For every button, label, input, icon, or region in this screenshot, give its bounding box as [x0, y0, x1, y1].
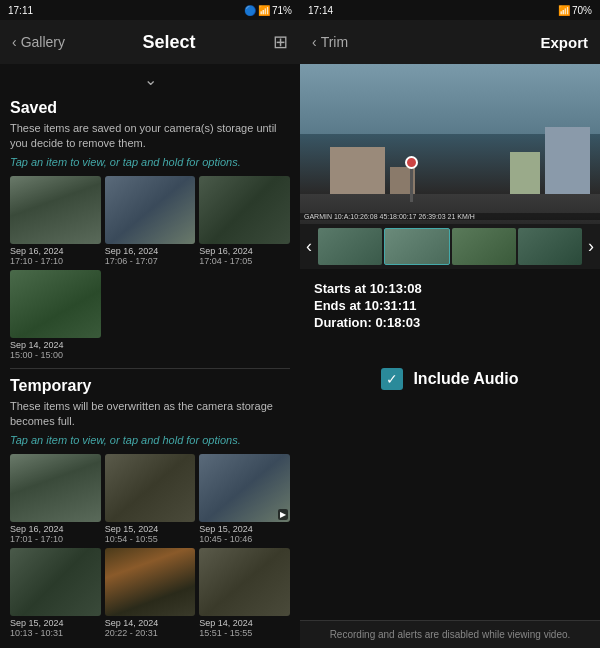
- strip-thumb-2[interactable]: [384, 228, 450, 265]
- trim-back-button[interactable]: ‹ Trim: [312, 34, 348, 50]
- temp-thumb-3: ▶: [199, 454, 290, 522]
- left-status-icons: 🔵 📶 71%: [244, 5, 292, 16]
- saved-time-4: 15:00 - 15:00: [10, 350, 101, 360]
- right-battery: 70%: [572, 5, 592, 16]
- temporary-grid: Sep 16, 2024 17:01 - 17:10 Sep 15, 2024 …: [10, 454, 290, 638]
- chevron-down-icon: ⌄: [144, 70, 157, 89]
- temp-time-2: 10:54 - 10:55: [105, 534, 196, 544]
- right-panel: 17:14 📶 70% ‹ Trim Export GARMIN 10:A:10…: [300, 0, 600, 648]
- saved-date-1: Sep 16, 2024: [10, 246, 101, 256]
- export-button[interactable]: Export: [540, 34, 588, 51]
- saved-date-3: Sep 16, 2024: [199, 246, 290, 256]
- temp-thumb-6: [199, 548, 290, 616]
- left-signal-icon: 📶: [258, 5, 270, 16]
- strip-thumbs: [318, 228, 582, 265]
- include-audio-row: ✓ Include Audio: [300, 360, 600, 398]
- bottom-notice: Recording and alerts are disabled while …: [300, 620, 600, 648]
- strip-thumb-3[interactable]: [452, 228, 516, 265]
- back-button[interactable]: ‹ Gallery: [12, 34, 65, 50]
- right-status-bar: 17:14 📶 70%: [300, 0, 600, 20]
- video-preview: GARMIN 10:A:10:26:08 45:18:00:17 26:39:0…: [300, 64, 600, 224]
- saved-item-1[interactable]: Sep 16, 2024 17:10 - 17:10: [10, 176, 101, 266]
- temp-item-4[interactable]: Sep 15, 2024 10:13 - 10:31: [10, 548, 101, 638]
- sky-bg: [300, 64, 600, 134]
- trim-info: Starts at 10:13:08 Ends at 10:31:11 Dura…: [300, 269, 600, 340]
- strip-prev-button[interactable]: ‹: [302, 236, 316, 257]
- left-panel: 17:11 🔵 📶 71% ‹ Gallery Select ⊞ ⌄ Saved…: [0, 0, 300, 648]
- saved-item-4[interactable]: Sep 14, 2024 15:00 - 15:00: [10, 270, 101, 360]
- right-nav-bar: ‹ Trim Export: [300, 20, 600, 64]
- saved-section: Saved These items are saved on your came…: [10, 99, 290, 360]
- left-nav-bar: ‹ Gallery Select ⊞: [0, 20, 300, 64]
- trim-back-chevron-icon: ‹: [312, 34, 317, 50]
- strip-area: ‹ ›: [300, 224, 600, 269]
- right-time: 17:14: [308, 5, 333, 16]
- temp-thumb-2: [105, 454, 196, 522]
- garmin-overlay: GARMIN 10:A:10:26:08 45:18:00:17 26:39:0…: [300, 213, 600, 220]
- road-sign: [405, 156, 418, 169]
- temp-thumb-1: [10, 454, 101, 522]
- strip-thumb-1[interactable]: [318, 228, 382, 265]
- left-scroll-area[interactable]: Saved These items are saved on your came…: [0, 95, 300, 648]
- temp-thumb-4: [10, 548, 101, 616]
- strip-next-button[interactable]: ›: [584, 236, 598, 257]
- temp-item-2[interactable]: Sep 15, 2024 10:54 - 10:55: [105, 454, 196, 544]
- garmin-text: GARMIN 10:A:10:26:08 45:18:00:17 26:39:0…: [304, 213, 475, 220]
- saved-thumb-3: [199, 176, 290, 244]
- temp-item-5[interactable]: Sep 14, 2024 20:22 - 20:31: [105, 548, 196, 638]
- bottom-notice-text: Recording and alerts are disabled while …: [330, 629, 571, 640]
- left-battery: 71%: [272, 5, 292, 16]
- gallery-label: Gallery: [21, 34, 65, 50]
- audio-label: Include Audio: [413, 370, 518, 388]
- temp-item-6[interactable]: Sep 14, 2024 15:51 - 15:55: [199, 548, 290, 638]
- video-badge-icon: ▶: [278, 509, 288, 520]
- saved-title: Saved: [10, 99, 290, 117]
- saved-tap-hint: Tap an item to view, or tap and hold for…: [10, 156, 290, 168]
- right-signal-icon: 📶: [558, 5, 570, 16]
- temp-item-3[interactable]: ▶ Sep 15, 2024 10:45 - 10:46: [199, 454, 290, 544]
- temp-time-1: 17:01 - 17:10: [10, 534, 101, 544]
- temp-time-4: 10:13 - 10:31: [10, 628, 101, 638]
- saved-time-2: 17:06 - 17:07: [105, 256, 196, 266]
- saved-date-4: Sep 14, 2024: [10, 340, 101, 350]
- saved-thumb-2: [105, 176, 196, 244]
- temp-thumb-5: [105, 548, 196, 616]
- duration: Duration: 0:18:03: [314, 315, 586, 330]
- saved-date-2: Sep 16, 2024: [105, 246, 196, 256]
- temp-date-2: Sep 15, 2024: [105, 524, 196, 534]
- checkmark-icon: ✓: [386, 371, 398, 387]
- saved-item-3[interactable]: Sep 16, 2024 17:04 - 17:05: [199, 176, 290, 266]
- trim-label: Trim: [321, 34, 348, 50]
- temp-date-1: Sep 16, 2024: [10, 524, 101, 534]
- section-divider: [10, 368, 290, 369]
- temporary-tap-hint: Tap an item to view, or tap and hold for…: [10, 434, 290, 446]
- saved-time-1: 17:10 - 17:10: [10, 256, 101, 266]
- saved-thumb-1: [10, 176, 101, 244]
- back-chevron-icon: ‹: [12, 34, 17, 50]
- saved-time-3: 17:04 - 17:05: [199, 256, 290, 266]
- temporary-desc: These items will be overwritten as the c…: [10, 399, 290, 430]
- temp-date-6: Sep 14, 2024: [199, 618, 290, 628]
- audio-checkbox[interactable]: ✓: [381, 368, 403, 390]
- saved-thumb-4: [10, 270, 101, 338]
- strip-thumb-4[interactable]: [518, 228, 582, 265]
- saved-grid: Sep 16, 2024 17:10 - 17:10 Sep 16, 2024 …: [10, 176, 290, 360]
- right-status-icons: 📶 70%: [558, 5, 592, 16]
- temp-date-4: Sep 15, 2024: [10, 618, 101, 628]
- saved-item-2[interactable]: Sep 16, 2024 17:06 - 17:07: [105, 176, 196, 266]
- left-status-bar: 17:11 🔵 📶 71%: [0, 0, 300, 20]
- temporary-title: Temporary: [10, 377, 290, 395]
- temp-date-3: Sep 15, 2024: [199, 524, 290, 534]
- filter-icon[interactable]: ⊞: [273, 31, 288, 53]
- select-title: Select: [142, 32, 195, 53]
- building-right: [545, 127, 590, 202]
- temp-date-5: Sep 14, 2024: [105, 618, 196, 628]
- saved-desc: These items are saved on your camera(s) …: [10, 121, 290, 152]
- starts-at: Starts at 10:13:08: [314, 281, 586, 296]
- collapse-button[interactable]: ⌄: [0, 64, 300, 95]
- left-bt-icon: 🔵: [244, 5, 256, 16]
- temporary-section: Temporary These items will be overwritte…: [10, 377, 290, 638]
- ends-at: Ends at 10:31:11: [314, 298, 586, 313]
- temp-item-1[interactable]: Sep 16, 2024 17:01 - 17:10: [10, 454, 101, 544]
- temp-time-5: 20:22 - 20:31: [105, 628, 196, 638]
